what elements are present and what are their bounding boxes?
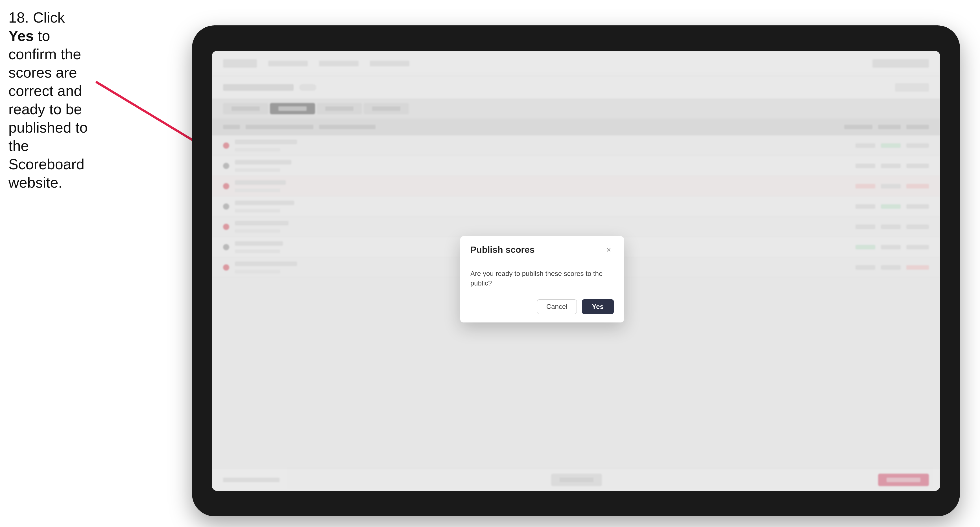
tablet-screen: Publish scores × Are you ready to publis… (212, 51, 940, 491)
modal-title: Publish scores (470, 244, 535, 255)
modal-message: Are you ready to publish these scores to… (470, 269, 614, 288)
instruction-after: to confirm the scores are correct and re… (8, 28, 88, 191)
yes-button[interactable]: Yes (582, 299, 614, 314)
modal-overlay: Publish scores × Are you ready to publis… (212, 51, 940, 491)
instruction-before: Click (29, 9, 65, 26)
publish-scores-dialog: Publish scores × Are you ready to publis… (460, 236, 624, 322)
step-number: 18. (8, 9, 29, 26)
cancel-button[interactable]: Cancel (537, 299, 577, 314)
instruction-bold: Yes (8, 28, 34, 44)
modal-close-button[interactable]: × (604, 245, 614, 255)
instruction-text: 18. Click Yes to confirm the scores are … (8, 8, 90, 192)
modal-footer: Cancel Yes (460, 294, 624, 322)
modal-body: Are you ready to publish these scores to… (460, 261, 624, 294)
modal-header: Publish scores × (460, 236, 624, 261)
tablet-device: Publish scores × Are you ready to publis… (192, 25, 960, 516)
